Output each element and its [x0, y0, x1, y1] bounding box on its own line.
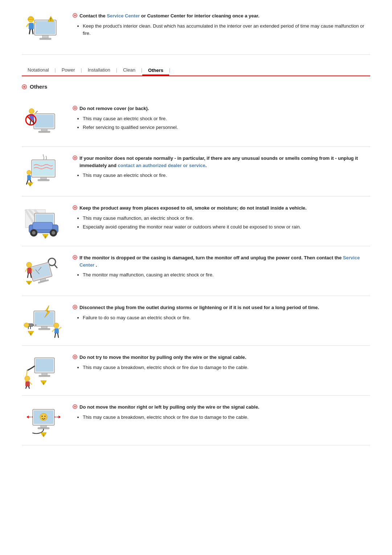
- warning-row-7: ! Do not move the monitor right or left …: [22, 396, 370, 445]
- warning-bullet-7-0: This may cause a breakdown, electric sho…: [83, 414, 370, 421]
- svg-line-81: [59, 327, 61, 329]
- warning-content-4: If the monitor is dropped or the casing …: [73, 253, 370, 280]
- warning-icon-6: !: [22, 352, 65, 389]
- warning-content-2: If your monitor does not operate normall…: [73, 153, 370, 181]
- warning-icon-5: !: [22, 303, 65, 339]
- svg-line-93: [29, 386, 29, 389]
- warning-content-7: Do not move the monitor right or left by…: [73, 402, 370, 422]
- warning-content-6: Do not try to move the monitor by pullin…: [73, 352, 370, 373]
- warning-title-1: Do not remove cover (or back).: [73, 105, 370, 112]
- top-content: Contact the Service Center or Customer C…: [73, 11, 370, 39]
- warning-row-1: Do not remove cover (or back). This may …: [22, 97, 370, 147]
- warning-icon-2: !: [22, 153, 65, 190]
- svg-line-51: [54, 265, 57, 268]
- svg-text:!: !: [45, 236, 46, 238]
- others-section-header: Others: [22, 84, 370, 90]
- tab-notational[interactable]: Notational: [22, 66, 55, 74]
- warning-row-4: ! If the monitor is dropped or the casin…: [22, 246, 370, 296]
- clean-illustration-svg: !: [24, 13, 64, 45]
- warning-dot-4: [73, 255, 77, 260]
- svg-rect-87: [39, 375, 50, 377]
- svg-rect-89: [25, 381, 30, 386]
- warning-content-1: Do not remove cover (or back). This may …: [73, 104, 370, 133]
- svg-point-78: [54, 323, 59, 328]
- storm-disconnect-illustration: !: [24, 304, 64, 338]
- warning-bullets-6: This may cause a breakdown, electric sho…: [73, 364, 370, 372]
- nav-tabs-bar: Notational | Power | Installation | Clea…: [22, 66, 370, 76]
- svg-point-98: [40, 413, 47, 421]
- svg-rect-68: [41, 326, 47, 328]
- svg-text:!: !: [43, 434, 44, 437]
- svg-text:!: !: [29, 282, 29, 284]
- tab-clean[interactable]: Clean: [117, 66, 141, 74]
- svg-rect-2: [42, 35, 48, 38]
- svg-text:!: !: [30, 183, 30, 186]
- warning-title-7: Do not move the monitor right or left by…: [73, 404, 370, 411]
- warning-bullet-3-0: This may cause malfunction, an electric …: [83, 215, 370, 222]
- warning-title-2: If your monitor does not operate normall…: [73, 155, 370, 169]
- svg-point-58: [26, 262, 32, 267]
- svg-rect-15: [41, 129, 47, 131]
- svg-line-80: [52, 329, 54, 332]
- svg-line-62: [28, 274, 28, 278]
- warning-title-5: Disconnect the plug from the outlet duri…: [73, 304, 370, 311]
- top-bullet-icon: [73, 13, 77, 18]
- authorized-dealer-link[interactable]: contact an authorized dealer or service: [118, 163, 205, 168]
- tab-installation[interactable]: Installation: [82, 66, 116, 74]
- warning-row-2: ! If your monitor does not operate norma…: [22, 147, 370, 197]
- svg-point-99: [42, 416, 43, 417]
- svg-point-47: [52, 231, 55, 235]
- svg-rect-29: [38, 179, 49, 181]
- svg-rect-101: [41, 425, 46, 428]
- warning-title-3: Keep the product away from places expose…: [73, 204, 370, 212]
- warning-title-text-3: Keep the product away from places expose…: [79, 204, 307, 212]
- warning-title-text-7: Do not move the monitor right or left by…: [79, 404, 259, 411]
- svg-line-83: [58, 333, 58, 337]
- service-center-link-top[interactable]: Service Center: [107, 13, 140, 19]
- tab-others[interactable]: Others: [142, 66, 169, 76]
- oil-smoke-illustration: !: [24, 202, 64, 240]
- pull-wire-illustration: !: [24, 352, 64, 389]
- warning-dot-2: [73, 155, 77, 160]
- warning-bullets-5: Failure to do so may cause an electric s…: [73, 314, 370, 322]
- warning-bullets-3: This may cause malfunction, an electric …: [73, 215, 370, 231]
- svg-marker-106: [58, 416, 61, 418]
- svg-rect-6: [29, 23, 34, 29]
- warning-bullet-1-1: Refer servicing to qualified service per…: [83, 124, 370, 131]
- warning-icon-3: !: [22, 203, 65, 239]
- warning-title-text-4: If the monitor is dropped or the casing …: [79, 254, 370, 268]
- others-header-label: Others: [30, 84, 47, 90]
- top-clean-section: ! Contact the Service Center or Customer…: [22, 11, 370, 55]
- abnormal-monitor-illustration: !: [24, 154, 64, 189]
- warning-bullets-4: The monitor may malfunction, causing an …: [73, 271, 370, 279]
- warning-bullets-7: This may cause a breakdown, electric sho…: [73, 414, 370, 421]
- warning-title-text-5: Disconnect the plug from the outlet duri…: [79, 304, 319, 311]
- svg-line-9: [29, 29, 30, 34]
- top-title: Contact the Service Center or Customer C…: [73, 12, 370, 20]
- service-center-link-4[interactable]: Service Center: [79, 255, 360, 268]
- warning-bullet-3-1: Especially avoid operating the monitor n…: [83, 223, 370, 231]
- warning-dot-1: [73, 106, 77, 110]
- warning-bullet-1-0: This may cause an electric shock or fire…: [83, 115, 370, 123]
- tab-power[interactable]: Power: [56, 66, 81, 74]
- warning-icon-7: !: [22, 402, 65, 438]
- warning-title-4: If the monitor is dropped or the casing …: [73, 254, 370, 268]
- no-cover-illustration: [24, 105, 64, 139]
- svg-line-92: [26, 386, 26, 389]
- svg-line-21: [36, 111, 37, 113]
- warning-content-5: Disconnect the plug from the outlet duri…: [73, 303, 370, 323]
- warning-icon-1: [22, 104, 65, 140]
- svg-text:!: !: [30, 333, 31, 335]
- svg-rect-67: [35, 312, 54, 325]
- warning-bullets-1: This may cause an electric shock or fire…: [73, 115, 370, 132]
- warning-row-5: ! Disconnect the plug from the outlet du…: [22, 296, 370, 346]
- warning-dot-6: [73, 355, 77, 359]
- warning-row-6: ! Do not try to move the monitor by pull…: [22, 346, 370, 396]
- svg-text:!: !: [50, 17, 51, 21]
- svg-text:!: !: [43, 382, 44, 385]
- svg-rect-59: [27, 268, 32, 274]
- svg-rect-85: [36, 359, 53, 372]
- warning-row-3: ! Keep the product away from places expo…: [22, 197, 370, 246]
- svg-point-30: [27, 170, 31, 175]
- svg-line-91: [30, 382, 32, 384]
